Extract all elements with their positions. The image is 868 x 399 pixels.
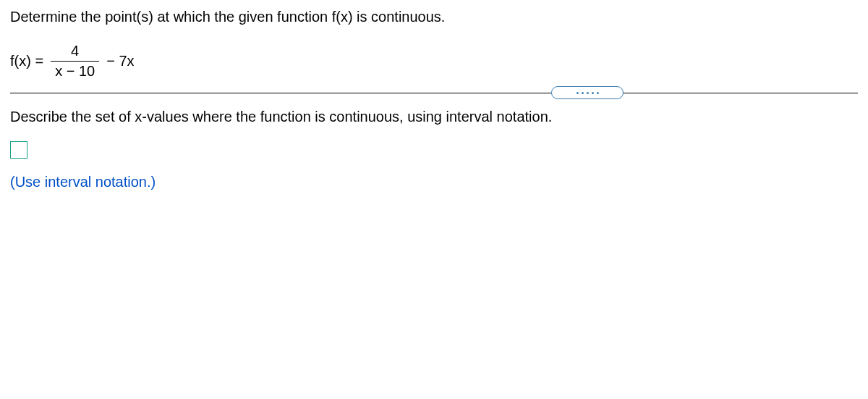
equation-tail: − 7x bbox=[106, 53, 134, 70]
question-prompt: Determine the point(s) at which the give… bbox=[10, 9, 858, 25]
sub-question-prompt: Describe the set of x-values where the f… bbox=[10, 109, 858, 125]
ellipsis-icon bbox=[576, 92, 599, 94]
equation-fraction: 4 x − 10 bbox=[51, 43, 99, 80]
answer-hint: (Use interval notation.) bbox=[10, 174, 858, 190]
fraction-numerator: 4 bbox=[67, 43, 83, 61]
equation-lhs: f(x) = bbox=[10, 53, 43, 70]
fraction-denominator: x − 10 bbox=[51, 61, 99, 80]
section-divider bbox=[10, 87, 858, 98]
expand-button[interactable] bbox=[551, 86, 624, 99]
divider-line bbox=[10, 93, 858, 93]
function-equation: f(x) = 4 x − 10 − 7x bbox=[10, 43, 858, 80]
answer-input[interactable] bbox=[10, 141, 27, 159]
